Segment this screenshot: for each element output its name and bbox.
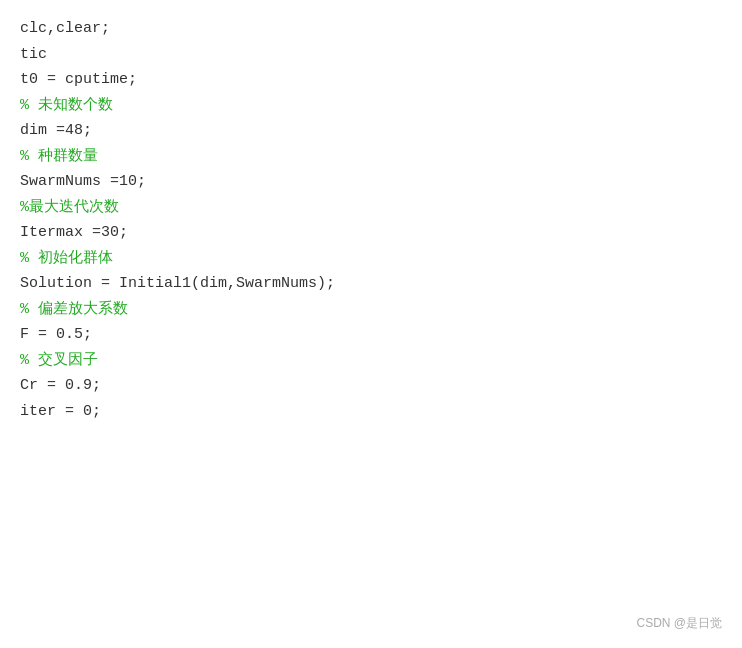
code-line: F = 0.5; [20, 322, 722, 348]
watermark: CSDN @是日觉 [636, 615, 722, 632]
code-line: % 种群数量 [20, 144, 722, 170]
code-line: dim =48; [20, 118, 722, 144]
code-line: %最大迭代次数 [20, 195, 722, 221]
code-line: iter = 0; [20, 399, 722, 425]
code-line: % 未知数个数 [20, 93, 722, 119]
code-line: % 交叉因子 [20, 348, 722, 374]
code-line: SwarmNums =10; [20, 169, 722, 195]
code-container: clc,clear;tict0 = cputime;% 未知数个数dim =48… [0, 0, 742, 648]
code-line: Cr = 0.9; [20, 373, 722, 399]
code-block: clc,clear;tict0 = cputime;% 未知数个数dim =48… [20, 16, 722, 424]
code-line: % 初始化群体 [20, 246, 722, 272]
code-line: clc,clear; [20, 16, 722, 42]
code-line: Itermax =30; [20, 220, 722, 246]
code-line: % 偏差放大系数 [20, 297, 722, 323]
code-line: t0 = cputime; [20, 67, 722, 93]
code-line: tic [20, 42, 722, 68]
code-line: Solution = Initial1(dim,SwarmNums); [20, 271, 722, 297]
